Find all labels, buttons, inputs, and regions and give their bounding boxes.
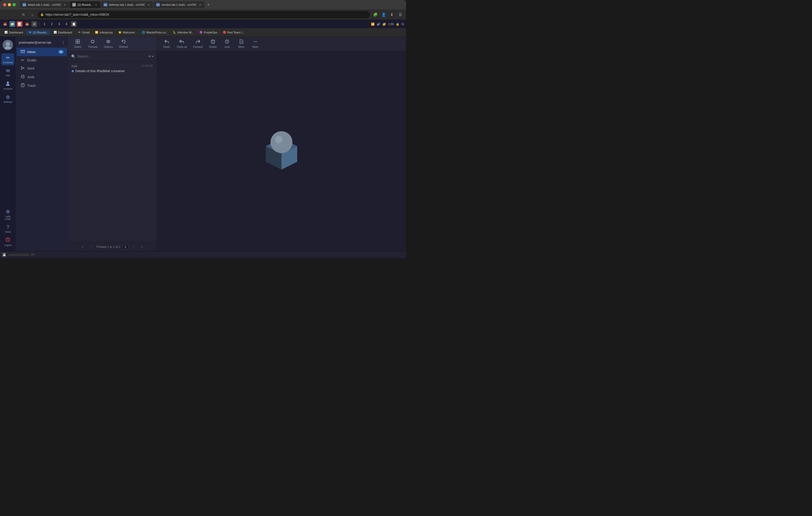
search-input[interactable] [77, 54, 147, 58]
tabs-bar: vnc attack.lab:1 (kali) - noVNC ✕ ✉ (1) … [20, 1, 403, 8]
taskbar-text-icon[interactable]: 📝 [17, 21, 23, 27]
nav-item-about[interactable]: ? About [1, 223, 14, 235]
taskbar-app-icon[interactable]: 📋 [71, 21, 77, 27]
folder-junk[interactable]: Junk [17, 73, 67, 81]
bookmark-wackopicko-label: WackoPicko.co.. [146, 31, 167, 34]
select-icon [75, 39, 80, 45]
progress-container: 0% [8, 253, 34, 256]
url-bar[interactable]: 🔒 https://server.lab/?_task=mail&_mbox=I… [38, 11, 370, 18]
nav-item-contacts[interactable]: Contacts [1, 80, 14, 92]
close-button[interactable] [3, 3, 6, 6]
mark-button[interactable]: Mark [235, 38, 248, 50]
search-filter-button[interactable]: ✉ ▾ [148, 55, 153, 58]
progress-label: 0% [31, 253, 34, 256]
options-button[interactable]: Options [101, 38, 115, 50]
browser-tab-3[interactable]: vnc defense.lab:1 (kali) - noVNC ✕ [101, 1, 153, 8]
download-icon[interactable]: ⬇ [388, 11, 396, 18]
taskbar-firefox2-icon[interactable]: 🦊 [24, 21, 30, 27]
taskbar-num3[interactable]: 3 [56, 21, 62, 27]
extensions-icon[interactable]: 🧩 [372, 11, 379, 18]
nav-item-lightmode[interactable]: ⚙ Light mode [1, 207, 14, 222]
nav-item-logout[interactable]: Logout [1, 236, 14, 248]
junk-btn-label: Junk [224, 45, 230, 48]
nav-actions: 🧩 👤 ⬇ ☰ [372, 11, 404, 18]
bookmark-dashboard1[interactable]: 📊 Dashboard [2, 30, 25, 35]
profile-icon[interactable]: 👤 [380, 11, 387, 18]
bookmark-mitmproxy[interactable]: 🔀 mitmproxy [93, 30, 115, 35]
lightmode-label: Light mode [2, 215, 13, 220]
current-page[interactable]: 1 [122, 244, 129, 249]
folder-sent[interactable]: Sent [17, 64, 67, 73]
user-menu-icon[interactable]: ⋮ [62, 41, 65, 44]
mail-icon: ✉ [6, 68, 10, 74]
bookmark-gmail[interactable]: ✉ Gmail [75, 30, 92, 35]
bookmark-redteam[interactable]: 🔴 Red Team I... [221, 30, 246, 35]
forward-button[interactable]: Forward [191, 38, 205, 50]
bookmark-wackopicko-icon: 🌐 [142, 31, 145, 34]
reload-button[interactable]: ↻ [20, 11, 27, 18]
tab-3-close[interactable]: ✕ [147, 3, 150, 6]
traffic-lights [3, 3, 16, 6]
bookmark-infection[interactable]: 🐛 Infection M... [171, 30, 196, 35]
reply-all-button[interactable]: Reply all [174, 38, 190, 50]
bookmark-purpleops[interactable]: 🟣 PurpleOps [197, 30, 220, 35]
email-list-pane: Select Threads [68, 37, 157, 251]
svg-point-27 [107, 42, 108, 43]
nav-item-mail[interactable]: ✉ Mail [1, 66, 14, 79]
last-page-button[interactable]: » [139, 244, 145, 250]
main-content: ✏ Compose ✉ Mail Contacts ⚙ Settings [0, 37, 406, 251]
reply-button[interactable]: Reply [160, 38, 173, 50]
junk-button[interactable]: Junk [221, 38, 234, 50]
refresh-button[interactable]: Refresh [116, 38, 131, 50]
bookmark-redteam-icon: 🔴 [223, 31, 226, 34]
email-item-1[interactable]: root Fri 07:01 Details of this iRedMail … [68, 62, 157, 76]
bookmark-welcome[interactable]: ⭐ Welcome : [116, 30, 138, 35]
nav-bar: ‹ › ↻ ⌂ 🔒 https://server.lab/?_task=mail… [0, 9, 406, 20]
next-page-button[interactable]: › [131, 244, 137, 250]
back-button[interactable]: ‹ [2, 11, 9, 18]
tab-1-close[interactable]: ✕ [63, 3, 66, 6]
forward-button[interactable]: › [11, 11, 18, 18]
trash-label: Trash [27, 84, 36, 88]
more-label: More [253, 45, 258, 48]
new-tab-button[interactable]: + [205, 1, 212, 8]
bookmark-wackopicko[interactable]: 🌐 WackoPicko.co.. [139, 30, 170, 35]
more-icon [253, 39, 258, 45]
roundcube-logo [255, 128, 308, 175]
svg-point-1 [5, 46, 11, 49]
select-button[interactable]: Select [71, 38, 84, 50]
home-button[interactable]: ⌂ [29, 11, 36, 18]
menu-icon[interactable]: ☰ [397, 11, 404, 18]
nav-item-compose[interactable]: ✏ Compose [1, 53, 14, 65]
threads-button[interactable]: Threads [85, 38, 100, 50]
taskbar-google-icon: G [402, 23, 404, 26]
maximize-button[interactable] [12, 3, 16, 6]
taskbar: 🦊 📁 📝 🦊 🖥 1 2 3 4 📋 📶 🔊 🔐 1:55 🔒 G [0, 20, 406, 28]
taskbar-num1[interactable]: 1 [41, 21, 47, 27]
bookmark-roundcube[interactable]: ✉ (1) Round... [26, 30, 50, 35]
tab-4-close[interactable]: ✕ [198, 3, 202, 6]
more-button[interactable]: More [249, 38, 262, 50]
prev-page-button[interactable]: ‹ [88, 244, 94, 250]
taskbar-num2[interactable]: 2 [49, 21, 55, 27]
browser-tab-2[interactable]: ✉ (1) Round... ✕ [69, 1, 100, 8]
bookmark-dashboard2[interactable]: 📊 Dashboard [51, 30, 74, 35]
threads-label: Threads [88, 45, 97, 48]
taskbar-files-icon[interactable]: 📁 [9, 21, 15, 27]
taskbar-screen-icon[interactable]: 🖥 [31, 21, 37, 27]
delete-button[interactable]: Delete [206, 38, 220, 50]
minimize-button[interactable] [8, 3, 11, 6]
bookmark-gmail-icon: ✉ [78, 31, 81, 34]
browser-tab-4[interactable]: vnc monitor.lab:1 (kali) - noVNC ✕ [153, 1, 205, 8]
folder-trash[interactable]: Trash [17, 81, 67, 90]
taskbar-num4[interactable]: 4 [64, 21, 69, 27]
first-page-button[interactable]: « [79, 244, 86, 250]
nav-item-settings[interactable]: ⚙ Settings [1, 93, 14, 105]
user-avatar[interactable] [3, 40, 13, 50]
tab-2-close[interactable]: ✕ [94, 3, 98, 6]
folder-inbox[interactable]: Inbox 1 [17, 48, 67, 56]
folder-drafts[interactable]: ✏ Drafts [17, 56, 67, 64]
browser-tab-1[interactable]: vnc attack.lab:1 (kali) - noVNC ✕ [20, 1, 69, 8]
threads-icon [90, 39, 95, 45]
taskbar-firefox-icon[interactable]: 🦊 [2, 21, 8, 27]
